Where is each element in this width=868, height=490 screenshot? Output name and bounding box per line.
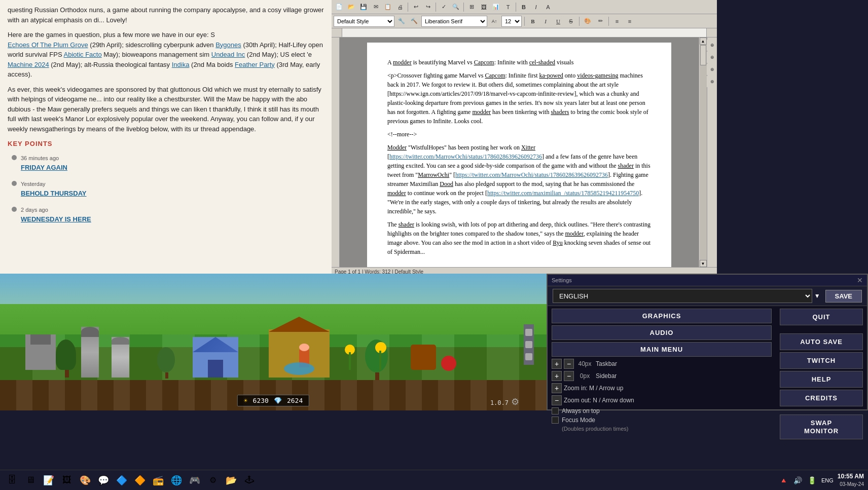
settings-close-btn[interactable]: ✕ xyxy=(857,276,863,284)
writer-icon-print[interactable]: 🖨 xyxy=(394,2,406,13)
toolbar-icon-list-bullet[interactable]: ≡ xyxy=(624,16,635,27)
swap-monitor-button[interactable]: SWAPMONITOR xyxy=(780,414,863,439)
writer-icon-table[interactable]: ⊞ xyxy=(466,2,477,13)
taskbar-icon-terminal[interactable]: 🖥 xyxy=(22,472,39,488)
game-link-machine[interactable]: Machine 2024 xyxy=(8,61,49,68)
settings-language-select[interactable]: ENGLISH xyxy=(553,289,812,303)
taskbar-plus-btn[interactable]: + xyxy=(552,359,562,369)
taskbar-clock[interactable]: 10:55 AM 03-May-24 xyxy=(838,473,864,487)
scrollbar-track[interactable] xyxy=(700,45,707,260)
writer-icon-italic2[interactable]: I xyxy=(530,2,541,13)
scrollbar-down-btn[interactable]: ▼ xyxy=(700,260,707,267)
writer-icon-color[interactable]: A xyxy=(542,2,554,13)
toolbar-icon-format1[interactable]: 🔧 xyxy=(396,16,407,27)
sidebar-plus-btn[interactable]: + xyxy=(552,371,562,381)
timeline-dot-2 xyxy=(12,181,17,186)
taskbar-icon-steam[interactable]: ⚙ xyxy=(205,472,221,488)
sidebar-icon-3[interactable]: ⊕ xyxy=(707,64,717,75)
taskbar-icon-files[interactable]: 🗄 xyxy=(4,472,20,488)
game-right-icon-3[interactable] xyxy=(525,353,532,360)
taskbar-icon-folder[interactable]: 📂 xyxy=(223,472,239,488)
writer-icon-spellcheck[interactable]: ✓ xyxy=(438,2,449,13)
style-select[interactable]: Default Style xyxy=(334,16,394,27)
game-right-icon-2[interactable] xyxy=(525,341,532,348)
tray-icon-volume[interactable]: 🔊 xyxy=(793,475,803,485)
writer-icon-pdf[interactable]: 📋 xyxy=(382,2,393,13)
taskbar-icon-editor[interactable]: 📝 xyxy=(41,472,57,488)
taskbar-icon-gimp[interactable]: 🔷 xyxy=(114,472,130,488)
writer-icon-find[interactable]: 🔍 xyxy=(450,2,461,13)
game-settings-gear-icon[interactable]: ⚙ xyxy=(511,396,522,407)
writer-sidebar-icons: ⊕ ⊕ ⊕ ⊕ xyxy=(707,37,717,267)
sidebar-icon-1[interactable]: ⊕ xyxy=(707,40,717,51)
writer-icon-redo[interactable]: ↪ xyxy=(422,2,433,13)
audio-button[interactable]: AUDIO xyxy=(552,325,772,340)
taskbar-icon-image[interactable]: 🖼 xyxy=(59,472,75,488)
scrollbar-thumb[interactable] xyxy=(700,45,706,65)
twitch-button[interactable]: TWITCH xyxy=(780,352,863,369)
taskbar-icon-paint[interactable]: 🎨 xyxy=(77,472,93,488)
timeline-link-3[interactable]: WEDNESDAY IS HERE xyxy=(21,214,91,224)
graphics-button[interactable]: GRAPHICS xyxy=(552,309,772,323)
writer-icon-open[interactable]: 📂 xyxy=(346,2,357,13)
focus-mode-checkbox[interactable] xyxy=(552,417,559,424)
toolbar-icon-list-num[interactable]: ≡ xyxy=(611,16,623,27)
font-select[interactable]: Liberation Serif xyxy=(421,16,487,27)
tray-icon-battery[interactable]: 🔋 xyxy=(807,475,817,485)
taskbar-minus-btn[interactable]: − xyxy=(564,359,574,369)
writer-icon-save[interactable]: 💾 xyxy=(358,2,369,13)
toolbar-icon-color-bg[interactable]: 🎨 xyxy=(582,16,593,27)
writer-page[interactable]: A modder is beautifying Marvel vs Capcom… xyxy=(367,43,671,267)
taskbar-icon-blender[interactable]: 🔶 xyxy=(132,472,148,488)
taskbar-icon-discord[interactable]: 💬 xyxy=(95,472,112,488)
help-button[interactable]: HELP xyxy=(780,371,863,388)
size-select[interactable]: 12 xyxy=(501,16,522,27)
taskbar-icon-epic[interactable]: 🎮 xyxy=(187,472,203,488)
game-link-indika[interactable]: Indika xyxy=(172,61,190,68)
ruler-inner xyxy=(342,28,707,37)
writer-icon-textbox[interactable]: T xyxy=(502,2,514,13)
zoom-in-btn[interactable]: + xyxy=(552,383,562,393)
toolbar-icon-format2[interactable]: 🔨 xyxy=(409,16,420,27)
toolbar-icon-italic[interactable]: I xyxy=(540,16,551,27)
sidebar-icon-4[interactable]: ⊕ xyxy=(707,76,717,87)
scrollbar-up-btn[interactable]: ▲ xyxy=(700,37,707,45)
writer-scrollbar-right[interactable]: ▲ ▼ xyxy=(699,37,707,267)
writer-p1: A modder is beautifying Marvel vs Capcom… xyxy=(387,58,651,67)
settings-save-button[interactable]: SAVE xyxy=(825,290,862,303)
writer-icon-chart[interactable]: 📊 xyxy=(490,2,501,13)
main-menu-button[interactable]: MAIN MENU xyxy=(552,342,772,357)
taskbar-icon-vlc[interactable]: 📻 xyxy=(150,472,166,488)
game-flower-red xyxy=(441,356,456,371)
credits-button[interactable]: CREDITS xyxy=(780,390,863,406)
game-link-feather[interactable]: Feather Party xyxy=(235,61,275,68)
quit-button[interactable]: QUIT xyxy=(780,309,863,325)
sidebar-minus-btn[interactable]: − xyxy=(564,371,574,381)
timeline-link-2[interactable]: BEHOLD THURSDAY xyxy=(21,189,87,199)
sidebar-icon-2[interactable]: ⊕ xyxy=(707,52,717,63)
game-link-undead[interactable]: Undead Inc xyxy=(211,51,245,58)
article-intro: questing Russian Orthodox nuns, a game a… xyxy=(8,5,327,25)
writer-icon-bold2[interactable]: B xyxy=(518,2,529,13)
taskbar-icon-browser[interactable]: 🌐 xyxy=(168,472,185,488)
always-on-top-checkbox[interactable] xyxy=(552,407,559,414)
timeline-link-1[interactable]: FRIDAY AGAIN xyxy=(21,163,67,173)
zoom-out-btn[interactable]: − xyxy=(552,395,562,405)
writer-icon-new[interactable]: 📄 xyxy=(334,2,345,13)
toolbar-icon-highlight[interactable]: ✏ xyxy=(595,16,606,27)
game-link-echoes[interactable]: Echoes Of The Plum Grove xyxy=(8,41,88,49)
toolbar-icon-bold[interactable]: B xyxy=(527,16,538,27)
toolbar-icon-underline[interactable]: U xyxy=(553,16,564,27)
game-link-bygones[interactable]: Bygones xyxy=(215,41,241,49)
toolbar-icon-strikethrough[interactable]: S xyxy=(565,16,576,27)
game-right-icon-1[interactable] xyxy=(525,329,532,336)
writer-icon-undo[interactable]: ↩ xyxy=(410,2,421,13)
taskbar-icon-game[interactable]: 🕹 xyxy=(241,472,258,488)
auto-save-button[interactable]: AUTO SAVE xyxy=(780,333,863,350)
toolbar-icon-font-smaller[interactable]: A↑ xyxy=(489,16,500,27)
writer-icon-image[interactable]: 🖼 xyxy=(478,2,489,13)
writer-icon-email[interactable]: ✉ xyxy=(370,2,381,13)
game-link-abiotic[interactable]: Abiotic Facto xyxy=(64,51,102,58)
tray-icon-network[interactable]: 🔺 xyxy=(779,475,789,485)
writer-p2: <p>Crossover fighting game Marvel vs Cap… xyxy=(387,71,651,126)
